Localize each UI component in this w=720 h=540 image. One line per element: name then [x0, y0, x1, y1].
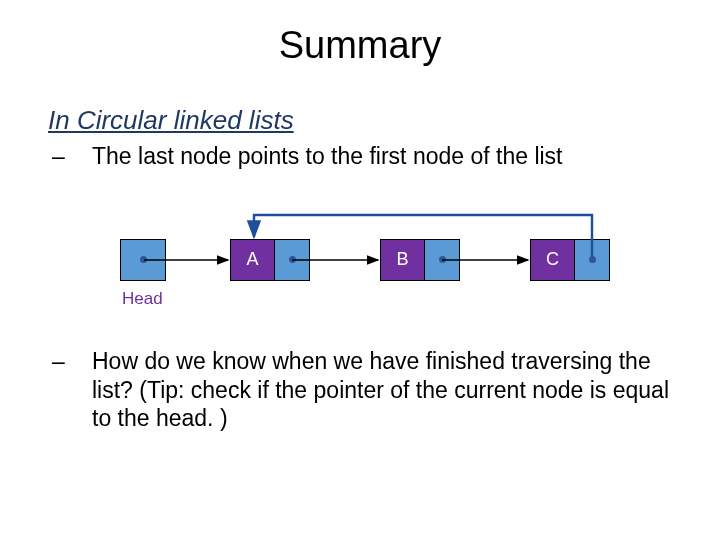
- bullet-point-1: –The last node points to the first node …: [0, 136, 720, 171]
- section-subheading: In Circular linked lists: [0, 67, 720, 136]
- bullet-point-2: –How do we know when we have finished tr…: [0, 329, 720, 433]
- slide-title: Summary: [0, 0, 720, 67]
- bullet-1-text: The last node points to the first node o…: [92, 143, 563, 169]
- diagram-arrows: [120, 209, 640, 329]
- head-label: Head: [122, 289, 163, 309]
- circular-list-diagram: A B C Head: [120, 209, 640, 329]
- bullet-2-text: How do we know when we have finished tra…: [92, 348, 669, 432]
